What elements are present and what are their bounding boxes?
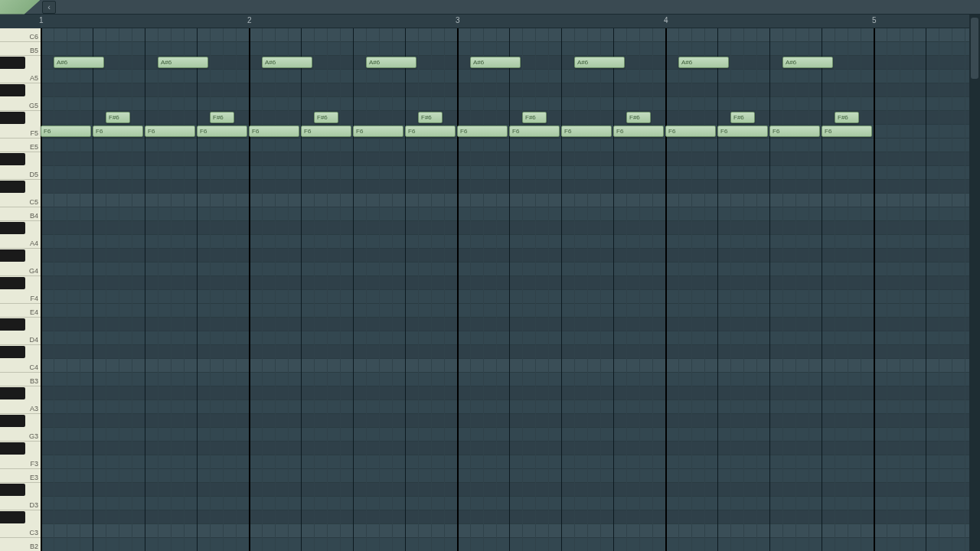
bar-number: 3 [456, 16, 460, 24]
midi-note[interactable]: F#6 [314, 112, 338, 123]
midi-note[interactable]: F6 [145, 126, 195, 137]
midi-note[interactable]: F#6 [730, 112, 755, 123]
key-label: E5 [30, 143, 38, 151]
midi-note[interactable]: A#6 [678, 57, 729, 68]
piano-key-black[interactable] [0, 84, 25, 96]
bar-number: 1 [39, 16, 44, 24]
midi-note[interactable]: F#6 [106, 112, 130, 123]
key-label: C4 [29, 364, 38, 371]
back-button[interactable]: ‹ [42, 1, 56, 14]
piano-key-black[interactable] [0, 346, 25, 358]
key-label: F4 [30, 295, 38, 302]
piano-key[interactable]: G4 [0, 262, 41, 276]
midi-note[interactable]: F6 [405, 126, 456, 137]
piano-key-black[interactable] [0, 222, 25, 234]
piano-key[interactable]: E5 [0, 139, 41, 152]
midi-note[interactable]: F#6 [522, 112, 547, 123]
piano-key-black[interactable] [0, 415, 25, 427]
midi-note[interactable]: F6 [41, 126, 91, 137]
piano-key[interactable]: E4 [0, 304, 41, 318]
piano-key-black[interactable] [0, 277, 25, 289]
midi-note[interactable]: F#6 [210, 112, 234, 123]
key-label: D4 [29, 336, 38, 344]
midi-note[interactable]: F#6 [418, 112, 443, 123]
piano-key-black[interactable] [0, 181, 25, 193]
midi-note[interactable]: F6 [353, 126, 403, 137]
midi-note[interactable]: A#6 [470, 57, 521, 68]
midi-note[interactable]: F6 [509, 126, 560, 137]
piano-key[interactable]: F3 [0, 455, 41, 469]
midi-note[interactable]: A#6 [54, 57, 104, 68]
key-label: G4 [29, 267, 38, 275]
midi-note[interactable]: F6 [197, 126, 247, 137]
piano-key-black[interactable] [0, 249, 25, 262]
piano-key-black[interactable] [0, 442, 25, 455]
bar-number: 5 [872, 16, 877, 24]
note-grid[interactable]: A#6A#6A#6A#6A#6A#6A#6A#6F#6F#6F#6F#6F#6F… [41, 28, 980, 551]
piano-key[interactable]: B3 [0, 373, 41, 386]
key-label: C5 [29, 198, 38, 206]
piano-key[interactable]: B2 [0, 538, 41, 551]
piano-key[interactable]: C4 [0, 359, 41, 373]
vertical-scrollbar[interactable] [969, 15, 980, 551]
midi-note[interactable]: F6 [93, 126, 143, 137]
piano-key[interactable]: D3 [0, 497, 41, 510]
midi-note[interactable]: F#6 [835, 112, 859, 123]
key-label: G5 [29, 102, 38, 109]
channel-menu-icon[interactable] [0, 0, 41, 15]
piano-key[interactable]: B5 [0, 42, 41, 56]
piano-key-black[interactable] [0, 153, 25, 165]
key-label: A3 [30, 405, 38, 412]
bar-number: 2 [247, 16, 252, 24]
piano-key-black[interactable] [0, 387, 25, 399]
piano-key[interactable]: D4 [0, 331, 41, 345]
midi-note[interactable]: F6 [249, 126, 299, 137]
midi-note[interactable]: A#6 [782, 57, 833, 68]
midi-note[interactable]: F6 [613, 126, 664, 137]
midi-note[interactable]: A#6 [158, 57, 208, 68]
piano-key[interactable]: C3 [0, 524, 41, 538]
midi-note[interactable]: F6 [665, 126, 716, 137]
midi-note[interactable]: F6 [457, 126, 508, 137]
scroll-thumb[interactable] [971, 18, 978, 79]
piano-key-black[interactable] [0, 511, 25, 523]
midi-note[interactable]: F6 [561, 126, 612, 137]
key-label: C3 [29, 529, 38, 536]
key-label: B2 [30, 543, 38, 550]
key-label: B3 [30, 377, 38, 385]
midi-note[interactable]: F#6 [626, 112, 651, 123]
piano-key[interactable]: G5 [0, 97, 41, 111]
piano-key-black[interactable] [0, 318, 25, 331]
piano-key-black[interactable] [0, 484, 25, 496]
key-label: C6 [29, 33, 38, 41]
piano-key[interactable]: C5 [0, 194, 41, 207]
piano-key[interactable]: F5 [0, 125, 41, 139]
midi-note[interactable]: A#6 [262, 57, 312, 68]
piano-key-black[interactable] [0, 112, 25, 124]
midi-note[interactable]: F6 [769, 126, 820, 137]
piano-key[interactable]: A5 [0, 70, 41, 83]
key-label: D3 [29, 501, 38, 509]
timeline-ruler[interactable]: 12345 [41, 15, 980, 28]
midi-note[interactable]: A#6 [366, 57, 416, 68]
key-label: B5 [30, 47, 38, 54]
key-label: E4 [30, 308, 38, 316]
piano-key[interactable]: G3 [0, 428, 41, 442]
midi-note[interactable]: F6 [822, 126, 872, 137]
key-label: F3 [30, 460, 38, 468]
piano-key[interactable]: F4 [0, 290, 41, 304]
piano-key[interactable]: C6 [0, 28, 41, 42]
piano-key[interactable]: A3 [0, 400, 41, 414]
piano-key-black[interactable] [0, 57, 25, 69]
piano-keyboard[interactable]: C6B5A5G5F5E5D5C5B4A4G4F4E4D4C4B3A3G3F3E3… [0, 28, 41, 551]
piano-key[interactable]: A4 [0, 235, 41, 249]
midi-note[interactable]: F6 [717, 126, 768, 137]
key-label: A4 [30, 240, 38, 247]
piano-key[interactable]: E3 [0, 469, 41, 483]
piano-key[interactable]: D5 [0, 166, 41, 180]
piano-key[interactable]: B4 [0, 207, 41, 221]
midi-note[interactable]: F6 [301, 126, 351, 137]
key-label: F5 [30, 129, 38, 137]
key-label: A5 [30, 74, 38, 82]
midi-note[interactable]: A#6 [574, 57, 625, 68]
